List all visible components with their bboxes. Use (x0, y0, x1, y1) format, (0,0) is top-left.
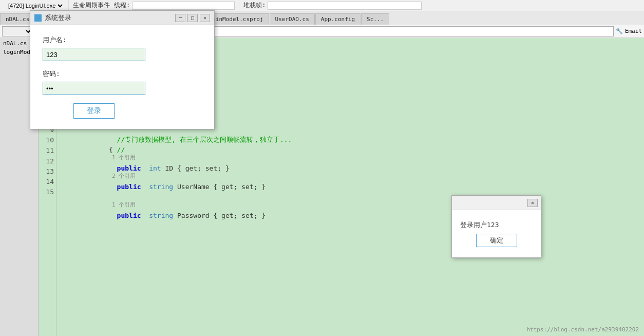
login-button[interactable]: 登录 (73, 103, 115, 119)
tab-sc[interactable]: Sc... (361, 13, 389, 25)
line-num-11: 11 (41, 145, 54, 156)
address-left-dropdown[interactable] (2, 26, 33, 36)
password-input[interactable] (43, 82, 145, 95)
login-dialog: 系统登录 ─ □ ✕ 用户名: 密码: 登录 (30, 10, 215, 129)
username-group: 用户名: (43, 35, 202, 61)
password-label: 密码: (43, 69, 202, 79)
process-dropdown[interactable]: [4720] LoginUI.exe (6, 2, 64, 9)
login-restore-button[interactable]: □ (187, 14, 198, 22)
tab-appconfig-label: App.config (321, 16, 355, 23)
password-group: 密码: (43, 69, 202, 95)
code-line-13 (61, 182, 640, 192)
tab-ndal-label: nDAL.cs (6, 16, 29, 23)
line-num-10: 10 (41, 135, 54, 145)
tab-userdao-label: UserDAO.cs (275, 16, 309, 23)
username-label: 用户名: (43, 35, 202, 45)
event-label: 生命周期事件 线程: (69, 0, 239, 11)
code-line-10: // (61, 135, 640, 145)
line-num-14: 14 (41, 177, 54, 187)
code-line-14: public string Password { get; set; } (61, 200, 640, 211)
line-num-12: 12 (41, 156, 54, 166)
login-minimize-button[interactable]: ─ (175, 14, 185, 22)
login-close-button[interactable]: ✕ (200, 14, 210, 22)
username-input[interactable] (43, 48, 145, 61)
login-dialog-body: 用户名: 密码: 登录 (30, 25, 214, 129)
code-line-14-ref: 1 个引用 (61, 192, 640, 200)
address-right: 🔧 Email (616, 28, 642, 34)
line-num-15: 15 (41, 187, 54, 197)
stack-label: 堆栈帧: (239, 0, 426, 11)
code-line-15 (61, 211, 640, 221)
message-dialog: ✕ 登录用户123 确定 (451, 195, 541, 258)
line-num-13: 13 (41, 166, 54, 177)
thread-input[interactable] (132, 2, 235, 10)
message-text: 登录用户123 (460, 221, 499, 229)
email-icon: 🔧 (616, 28, 623, 34)
stack-input[interactable] (268, 2, 422, 10)
code-line-12-ref: 2 个引用 (61, 163, 640, 172)
message-ok-button[interactable]: 确定 (476, 234, 517, 247)
login-dialog-icon (34, 14, 42, 22)
code-line-11: public int ID { get; set; } (61, 153, 640, 163)
message-dialog-titlebar: ✕ (452, 196, 541, 210)
login-dialog-titlebar: 系统登录 ─ □ ✕ (30, 11, 214, 25)
watermark: https://blog.csdn.net/a2939402202 (526, 326, 639, 333)
tab-appconfig[interactable]: App.config (315, 13, 361, 25)
message-dialog-body: 登录用户123 确定 (452, 210, 541, 257)
message-close-button[interactable]: ✕ (527, 199, 538, 207)
tab-userdao[interactable]: UserDAO.cs (270, 13, 315, 25)
code-line-12: public string UserName { get; set; } (61, 172, 640, 182)
login-dialog-title: 系统登录 (45, 13, 172, 23)
process-selector[interactable]: [4720] LoginUI.exe (2, 0, 69, 11)
top-toolbar: [4720] LoginUI.exe 生命周期事件 线程: 堆栈帧: (0, 0, 644, 11)
tab-sc-label: Sc... (367, 16, 384, 23)
login-dialog-controls: ─ □ ✕ (175, 14, 210, 22)
email-label: Email (625, 28, 642, 34)
code-line-11-ref: 1 个引用 (61, 145, 640, 153)
